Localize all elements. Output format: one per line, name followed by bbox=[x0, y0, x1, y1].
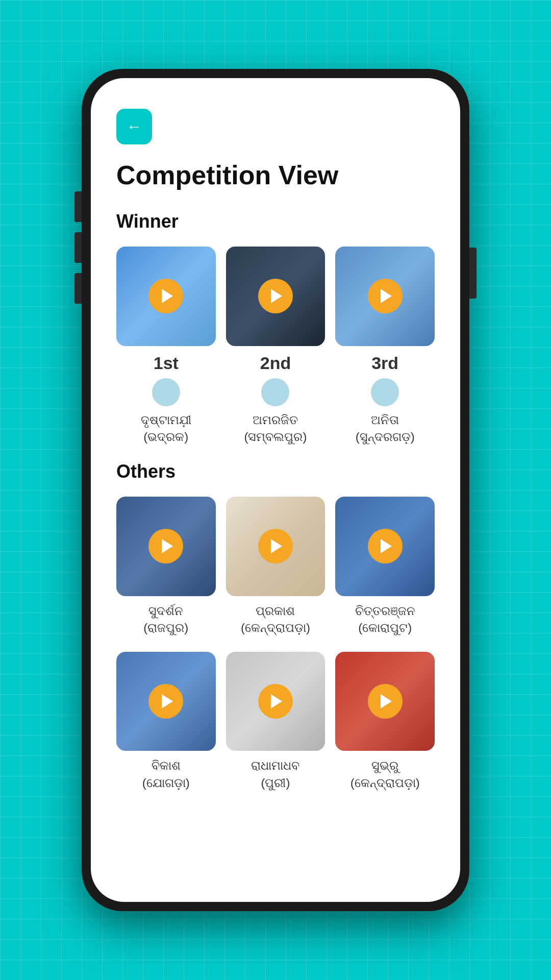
phone-screen: ← Competition View Winner 1st ଦୃ bbox=[91, 78, 460, 902]
other-video-5[interactable] bbox=[226, 652, 325, 751]
winner-video-3[interactable] bbox=[335, 247, 435, 346]
play-button-other-6[interactable] bbox=[368, 684, 403, 719]
other-name-5: ରାଧାମାଧବ (ପୁରୀ) bbox=[251, 757, 299, 791]
play-triangle-icon-1 bbox=[162, 289, 173, 303]
winner-video-1[interactable] bbox=[116, 247, 216, 346]
other-card-5: ରାଧାମାଧବ (ପୁରୀ) bbox=[226, 652, 325, 792]
participant-name-2: ଅମରଜିତ (ସମ୍ବଲପୁର) bbox=[244, 411, 307, 446]
other-card-2: ପ୍ରକାଶ (କେନ୍ଦ୍ରାପଡ଼ା) bbox=[226, 497, 325, 636]
play-triangle-icon-o5 bbox=[271, 694, 282, 708]
play-button-other-3[interactable] bbox=[368, 529, 403, 564]
rank-label-1: 1st bbox=[154, 353, 179, 373]
winner-card-2: 2nd ଅମରଜିତ (ସମ୍ବଲପୁର) bbox=[226, 247, 325, 446]
scroll-content[interactable]: ← Competition View Winner 1st ଦୃ bbox=[91, 78, 460, 902]
winner-card-3: 3rd ଅନିତା (ସୁନ୍ଦରଗଡ଼) bbox=[335, 247, 435, 446]
winner-section-title: Winner bbox=[116, 211, 435, 232]
play-triangle-icon-o3 bbox=[381, 539, 392, 553]
play-triangle-icon-2 bbox=[271, 289, 282, 303]
other-name-1: ସୁଦର୍ଶନ (ରାଜପୁର) bbox=[143, 602, 188, 636]
play-triangle-icon-o4 bbox=[162, 694, 173, 708]
avatar-3 bbox=[371, 378, 399, 406]
winners-grid: 1st ଦୃଷ୍ଟାମଯ଼ୀ (ଭଦ୍ରକ) 2nd bbox=[116, 247, 435, 446]
participant-name-3: ଅନିତା (ସୁନ୍ଦରଗଡ଼) bbox=[356, 411, 415, 446]
winner-card-1: 1st ଦୃଷ୍ଟାମଯ଼ୀ (ଭଦ୍ରକ) bbox=[116, 247, 216, 446]
play-button-other-1[interactable] bbox=[148, 529, 183, 564]
play-triangle-icon-3 bbox=[381, 289, 392, 303]
phone-shell: ← Competition View Winner 1st ଦୃ bbox=[82, 69, 469, 911]
other-name-3: ଚିତ୍ତରଞ୍ଜନ (କୋରାପୁଟ) bbox=[355, 602, 415, 636]
play-button-other-4[interactable] bbox=[148, 684, 183, 719]
play-triangle-icon-o2 bbox=[271, 539, 282, 553]
other-name-6: ସୁଭ୍ରୁ (କେନ୍ଦ୍ରାପଡ଼ା) bbox=[350, 757, 420, 791]
others-section-title: Others bbox=[116, 461, 435, 482]
play-button-other-5[interactable] bbox=[258, 684, 293, 719]
back-arrow-icon: ← bbox=[127, 118, 142, 135]
others-section: Others ସୁଦର୍ଶନ (ରାଜପୁର) bbox=[116, 461, 435, 792]
back-button[interactable]: ← bbox=[116, 109, 152, 144]
rank-label-3: 3rd bbox=[371, 353, 398, 373]
others-grid-row2: ବିକାଶ (ଯୋଗଡ଼ା) ରାଧାମାଧବ ( bbox=[116, 652, 435, 792]
other-video-3[interactable] bbox=[335, 497, 435, 596]
other-name-2: ପ୍ରକାଶ (କେନ୍ଦ୍ରାପଡ଼ା) bbox=[241, 602, 310, 636]
volume-up-button bbox=[74, 191, 82, 222]
play-triangle-icon-o1 bbox=[162, 539, 173, 553]
volume-down-button bbox=[74, 273, 82, 304]
avatar-1 bbox=[152, 378, 180, 406]
other-video-4[interactable] bbox=[116, 652, 216, 751]
other-video-6[interactable] bbox=[335, 652, 435, 751]
participant-name-1: ଦୃଷ୍ଟାମଯ଼ୀ (ଭଦ୍ରକ) bbox=[141, 411, 191, 446]
play-triangle-icon-o6 bbox=[381, 694, 392, 708]
play-button-1[interactable] bbox=[148, 279, 183, 313]
other-card-3: ଚିତ୍ତରଞ୍ଜନ (କୋରାପୁଟ) bbox=[335, 497, 435, 636]
other-name-4: ବିକାଶ (ଯୋଗଡ଼ା) bbox=[142, 757, 190, 791]
other-card-4: ବିକାଶ (ଯୋଗଡ଼ା) bbox=[116, 652, 216, 792]
other-card-1: ସୁଦର୍ଶନ (ରାଜପୁର) bbox=[116, 497, 216, 636]
play-button-3[interactable] bbox=[368, 279, 403, 313]
others-grid-row1: ସୁଦର୍ଶନ (ରାଜପୁର) ପ୍ରକାଶ ( bbox=[116, 497, 435, 636]
other-video-2[interactable] bbox=[226, 497, 325, 596]
other-card-6: ସୁଭ୍ରୁ (କେନ୍ଦ୍ରାପଡ଼ା) bbox=[335, 652, 435, 792]
other-video-1[interactable] bbox=[116, 497, 216, 596]
winner-video-2[interactable] bbox=[226, 247, 325, 346]
play-button-other-2[interactable] bbox=[258, 529, 293, 564]
play-button-2[interactable] bbox=[258, 279, 293, 313]
avatar-2 bbox=[261, 378, 289, 406]
page-title: Competition View bbox=[116, 160, 435, 190]
rank-label-2: 2nd bbox=[260, 353, 291, 373]
